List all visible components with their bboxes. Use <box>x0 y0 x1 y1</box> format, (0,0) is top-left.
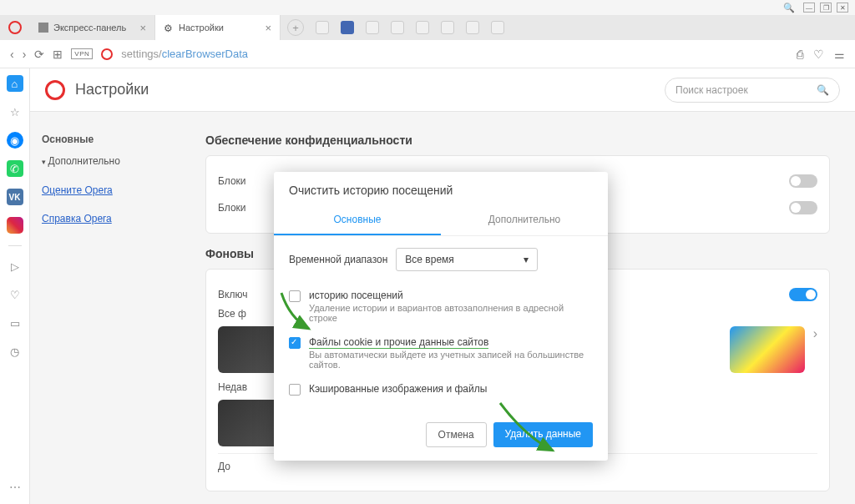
modal-tab-basic[interactable]: Основные <box>274 205 441 235</box>
camera-icon[interactable]: ⎙ <box>797 48 803 61</box>
chevron-down-icon: ▾ <box>524 254 529 265</box>
cancel-button[interactable]: Отмена <box>426 422 487 447</box>
nav-help-opera[interactable]: Справка Opera <box>42 209 185 229</box>
star-icon[interactable]: ☆ <box>7 103 23 120</box>
sidebar: ⌂ ☆ ◉ ✆ VK ▷ ♡ ▭ ◷ ⋯ <box>0 68 30 504</box>
messenger-icon[interactable]: ◉ <box>7 132 23 149</box>
background-tab[interactable] <box>416 21 429 34</box>
nav-rate-opera[interactable]: Оцените Opera <box>42 180 185 200</box>
content-area: Настройки Поиск настроек 🔍 Основные Допо… <box>30 68 855 504</box>
reload-button[interactable]: ⟳ <box>34 48 44 61</box>
clear-data-modal: Очистить историю посещений Основные Допо… <box>274 172 608 461</box>
whatsapp-icon[interactable]: ✆ <box>7 160 23 177</box>
address-bar: ‹ › ⟳ ⊞ VPN settings/clearBrowserData ⎙ … <box>0 40 855 68</box>
vk-icon[interactable]: VK <box>7 189 23 205</box>
opera-logo-icon <box>45 80 65 100</box>
grid-icon <box>38 23 48 33</box>
nav-advanced[interactable]: Дополнительно <box>42 150 185 172</box>
checkbox-cache[interactable] <box>289 384 301 396</box>
close-tab-icon[interactable]: × <box>139 22 146 34</box>
url-field[interactable]: settings/clearBrowserData <box>121 48 248 60</box>
background-tab[interactable] <box>341 21 354 34</box>
grid-icon[interactable]: ⊞ <box>53 48 63 61</box>
opera-url-icon <box>101 48 113 60</box>
background-tab[interactable] <box>391 21 404 34</box>
modal-tab-advanced[interactable]: Дополнительно <box>441 205 608 235</box>
history-icon[interactable]: ◷ <box>7 343 23 360</box>
toggle[interactable] <box>789 201 817 214</box>
background-tab[interactable] <box>366 21 379 34</box>
wallpaper-thumb[interactable] <box>730 326 805 373</box>
opera-logo-icon <box>8 21 22 34</box>
chevron-right-icon[interactable]: › <box>813 326 817 373</box>
back-button[interactable]: ‹ <box>10 48 14 61</box>
gear-icon: ⚙ <box>164 23 174 33</box>
search-settings-input[interactable]: Поиск настроек 🔍 <box>665 78 840 103</box>
checkbox-history-label: историю посещений <box>309 290 593 301</box>
easy-setup-icon[interactable]: ⚌ <box>834 48 845 61</box>
tab-label: Настройки <box>179 23 224 33</box>
close-window-button[interactable]: ✕ <box>837 3 848 13</box>
checkbox-cache-label: Кэшированные изображения и файлы <box>309 383 487 395</box>
background-tabs: + <box>281 15 511 40</box>
checkbox-history[interactable] <box>289 290 301 302</box>
titlebar-search-icon[interactable]: 🔍 <box>783 3 795 13</box>
toggle[interactable] <box>789 174 817 188</box>
background-tab[interactable] <box>466 21 479 34</box>
maximize-button[interactable]: ❐ <box>820 3 832 13</box>
minimize-button[interactable]: — <box>803 3 815 13</box>
home-icon[interactable]: ⌂ <box>7 75 23 92</box>
modal-title: Очистить историю посещений <box>274 172 608 205</box>
search-icon: 🔍 <box>817 84 829 96</box>
tab-label: Экспресс-панель <box>53 23 126 33</box>
tab-bar: Экспресс-панель × ⚙ Настройки × + <box>0 15 855 40</box>
time-range-label: Временной диапазон <box>289 254 387 265</box>
tab-speed-dial[interactable]: Экспресс-панель × <box>30 15 155 40</box>
page-title: Настройки <box>75 81 149 98</box>
nav-basic[interactable]: Основные <box>42 129 185 150</box>
sidebar-more-icon[interactable]: ⋯ <box>9 481 21 494</box>
settings-nav: Основные Дополнительно Оцените Opera Спр… <box>30 112 197 504</box>
vpn-badge[interactable]: VPN <box>71 48 93 59</box>
delete-data-button[interactable]: Удалить данные <box>493 422 593 447</box>
checkbox-cookies[interactable] <box>289 337 301 349</box>
play-icon[interactable]: ▷ <box>7 258 23 275</box>
tab-settings[interactable]: ⚙ Настройки × <box>155 15 281 40</box>
checkbox-cookies-label: Файлы cookie и прочие данные сайтов <box>309 336 593 348</box>
background-tab[interactable] <box>491 21 504 34</box>
opera-menu-button[interactable] <box>0 15 30 40</box>
background-tab[interactable] <box>441 21 454 34</box>
instagram-icon[interactable] <box>7 217 23 234</box>
divider <box>8 245 22 246</box>
background-tab[interactable] <box>316 21 329 34</box>
forward-button[interactable]: › <box>23 48 27 61</box>
window-titlebar: 🔍 — ❐ ✕ <box>0 0 855 15</box>
page-header: Настройки Поиск настроек 🔍 <box>30 68 855 112</box>
close-tab-icon[interactable]: × <box>265 22 271 34</box>
heart-icon[interactable]: ♡ <box>7 286 23 303</box>
heart-icon[interactable]: ♡ <box>813 48 824 61</box>
news-icon[interactable]: ▭ <box>7 315 23 331</box>
new-tab-button[interactable]: + <box>287 19 304 36</box>
time-range-select[interactable]: Все время ▾ <box>396 248 538 271</box>
modal-tabs: Основные Дополнительно <box>274 205 608 236</box>
section-privacy-title: Обеспечение конфиденциальности <box>205 134 830 147</box>
toggle[interactable] <box>789 288 817 301</box>
